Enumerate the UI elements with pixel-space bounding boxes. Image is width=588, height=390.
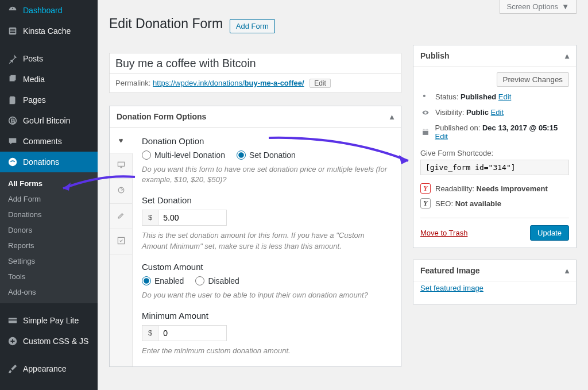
published-row: Published on: Dec 13, 2017 @ 05:15 Edit — [420, 120, 569, 144]
submenu-donors[interactable]: Donors — [0, 222, 98, 238]
currency-symbol-min: $ — [142, 325, 158, 341]
dashboard-icon — [7, 5, 18, 16]
dfo-tab-content[interactable] — [110, 204, 133, 229]
svg-rect-9 — [118, 162, 124, 166]
menu-pages[interactable]: Pages — [0, 90, 98, 110]
svg-point-5 — [9, 158, 17, 166]
pin-icon — [7, 53, 18, 64]
svg-point-12 — [423, 94, 425, 96]
menu-custom-css-js[interactable]: Custom CSS & JS — [0, 331, 98, 352]
minimum-amount-input[interactable] — [158, 325, 227, 341]
menu-dashboard[interactable]: Dashboard — [0, 0, 98, 21]
dfo-tab-goal[interactable] — [110, 179, 133, 204]
svg-rect-7 — [9, 319, 17, 321]
calendar-icon — [420, 128, 431, 136]
admin-sidebar: Dashboard Kinsta Cache Posts Media Pages… — [0, 0, 98, 390]
key-icon — [420, 93, 431, 101]
edit-icon — [117, 211, 126, 222]
kinsta-icon — [7, 25, 18, 37]
dfo-tab-general[interactable]: ♥ — [110, 128, 133, 153]
custom-amount-label: Custom Amount — [142, 262, 392, 272]
svg-rect-1 — [10, 29, 16, 29]
screen-options-toggle[interactable]: Screen Options ▼ — [500, 0, 577, 14]
eye-icon — [420, 109, 431, 117]
minimum-amount-label: Minimum Amount — [142, 311, 392, 321]
menu-kinsta-cache[interactable]: Kinsta Cache — [0, 21, 98, 41]
minimum-amount-help: Enter the minimum custom donation amount… — [142, 346, 392, 356]
give-icon — [7, 156, 18, 168]
submenu-reports[interactable]: Reports — [0, 238, 98, 253]
visibility-edit-link[interactable]: Edit — [491, 108, 504, 117]
triangle-up-icon: ▴ — [565, 51, 569, 60]
triangle-up-icon: ▴ — [565, 266, 569, 275]
readability-row: Y Readability: Needs improvement — [420, 181, 569, 196]
publish-header[interactable]: Publish ▴ — [413, 45, 576, 67]
radio-multi-level[interactable]: Multi-level Donation — [142, 150, 225, 160]
yoast-seo-icon: Y — [420, 198, 431, 208]
pages-icon — [7, 94, 18, 106]
submenu-add-form[interactable]: Add Form — [0, 191, 98, 207]
seo-row: Y SEO: Not available — [420, 196, 569, 211]
submenu-tools[interactable]: Tools — [0, 269, 98, 284]
preview-changes-button[interactable]: Preview Changes — [497, 72, 569, 87]
form-title-input[interactable] — [109, 53, 401, 74]
menu-simple-pay-lite[interactable]: Simple Pay Lite — [0, 310, 98, 331]
brush-icon — [7, 363, 18, 374]
add-form-button[interactable]: Add Form — [230, 19, 275, 33]
media-icon — [7, 74, 18, 85]
submenu-add-ons[interactable]: Add-ons — [0, 284, 98, 300]
submenu-settings[interactable]: Settings — [0, 253, 98, 269]
svg-rect-3 — [10, 32, 16, 33]
menu-posts[interactable]: Posts — [0, 48, 98, 69]
menu-gourl-bitcoin[interactable]: GoUrl Bitcoin — [0, 110, 98, 131]
permalink-edit-button[interactable]: Edit — [310, 79, 331, 88]
dfo-header[interactable]: Donation Form Options ▴ — [110, 106, 401, 128]
shortcode-label: Give Form Shortcode: — [420, 149, 569, 157]
publish-box: Publish ▴ Preview Changes Status: Publis… — [413, 45, 577, 248]
menu-donations[interactable]: Donations — [0, 152, 98, 172]
svg-rect-2 — [10, 30, 16, 31]
menu-comments[interactable]: Comments — [0, 131, 98, 152]
submenu-donations[interactable]: Donations — [0, 207, 98, 222]
set-donation-help: This is the set donation amount for this… — [142, 230, 392, 251]
permalink-row: Permalink: https://wpdev.ink/donations/b… — [109, 74, 401, 93]
page-title: Edit Donation Form — [109, 16, 223, 32]
check-square-icon — [117, 236, 126, 247]
bitcoin-icon — [7, 115, 18, 126]
radio-custom-enabled[interactable]: Enabled — [142, 276, 184, 285]
menu-media[interactable]: Media — [0, 69, 98, 90]
svg-rect-14 — [423, 130, 428, 131]
menu-appearance[interactable]: Appearance — [0, 358, 98, 379]
currency-symbol: $ — [142, 210, 158, 226]
plus-circle-icon — [7, 335, 18, 347]
published-edit-link[interactable]: Edit — [435, 132, 448, 141]
set-donation-label: Set Donation — [142, 195, 392, 205]
shortcode-input[interactable] — [420, 160, 569, 175]
dfo-tabs: ♥ — [110, 128, 133, 366]
target-icon — [117, 186, 126, 196]
donation-form-options-box: Donation Form Options ▴ ♥ Donation Optio… — [109, 106, 401, 367]
comments-icon — [7, 136, 18, 147]
update-button[interactable]: Update — [530, 225, 569, 241]
yoast-readability-icon: Y — [420, 183, 431, 194]
dfo-tab-display[interactable] — [110, 153, 133, 179]
donation-option-help: Do you want this form to have one set do… — [142, 164, 392, 185]
featured-image-header[interactable]: Featured Image ▴ — [413, 260, 576, 281]
main-content: Screen Options ▼ Edit Donation Form Add … — [98, 0, 588, 390]
triangle-up-icon: ▴ — [390, 112, 394, 121]
dfo-tab-terms[interactable] — [110, 229, 133, 254]
submenu-all-forms[interactable]: All Forms — [0, 176, 98, 191]
radio-set-donation[interactable]: Set Donation — [237, 150, 296, 160]
custom-amount-help: Do you want the user to be able to input… — [142, 290, 392, 300]
donations-submenu: All Forms Add Form Donations Donors Repo… — [0, 172, 98, 303]
set-featured-image-link[interactable]: Set featured image — [420, 281, 569, 297]
status-row: Status: Published Edit — [420, 89, 569, 105]
set-donation-input[interactable] — [158, 210, 227, 226]
move-to-trash-link[interactable]: Move to Trash — [420, 229, 467, 237]
visibility-row: Visibility: Public Edit — [420, 105, 569, 120]
permalink-link[interactable]: https://wpdev.ink/donations/buy-me-a-cof… — [153, 79, 304, 87]
radio-custom-disabled[interactable]: Disabled — [195, 276, 239, 285]
chevron-down-icon: ▼ — [562, 2, 569, 11]
donation-option-label: Donation Option — [142, 136, 392, 146]
status-edit-link[interactable]: Edit — [498, 92, 511, 101]
